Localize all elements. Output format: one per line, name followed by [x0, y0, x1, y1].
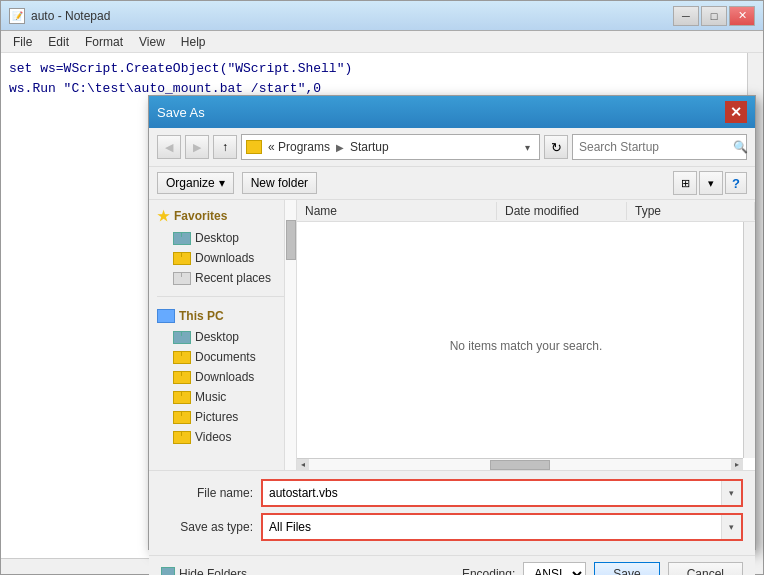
new-folder-label: New folder	[251, 176, 308, 190]
sidebar-item-label: Downloads	[195, 370, 254, 384]
dialog-close-button[interactable]: ✕	[725, 101, 747, 123]
sidebar-item-label: Videos	[195, 430, 231, 444]
forward-button[interactable]: ▶	[185, 135, 209, 159]
favorites-header: ★ Favorites	[149, 204, 296, 228]
sidebar-item-label: Desktop	[195, 231, 239, 245]
minimize-button[interactable]: ─	[673, 6, 699, 26]
column-header-date[interactable]: Date modified	[497, 202, 627, 220]
file-list-content: No items match your search.	[297, 222, 755, 470]
savetype-label: Save as type:	[161, 520, 261, 534]
filename-row: File name: ▾	[161, 479, 743, 507]
refresh-button[interactable]: ↻	[544, 135, 568, 159]
organize-chevron-icon: ▾	[219, 176, 225, 190]
footer-right: Encoding: ANSI Save Cancel	[462, 562, 743, 575]
grid-icon: ⊞	[681, 177, 690, 190]
thispc-section: This PC Desktop Documents Downloads Musi…	[149, 301, 296, 451]
search-input[interactable]	[579, 140, 729, 154]
empty-message: No items match your search.	[450, 339, 603, 353]
file-list-hscrollbar[interactable]: ◂ ▸	[297, 458, 743, 470]
sidebar-panel: ★ Favorites Desktop Downloads Recent pla…	[149, 200, 297, 470]
sidebar-item-downloads-fav[interactable]: Downloads	[149, 248, 296, 268]
sidebar-item-music[interactable]: Music	[149, 387, 296, 407]
maximize-button[interactable]: □	[701, 6, 727, 26]
back-button[interactable]: ◀	[157, 135, 181, 159]
up-button[interactable]: ↑	[213, 135, 237, 159]
filename-input-container[interactable]: ▾	[261, 479, 743, 507]
file-list-area: Name Date modified Type No items match y…	[297, 200, 755, 470]
up-icon: ↑	[222, 140, 228, 154]
menu-edit[interactable]: Edit	[40, 33, 77, 51]
notepad-title: auto - Notepad	[31, 9, 110, 23]
filename-input[interactable]	[263, 483, 721, 503]
search-box[interactable]: 🔍	[572, 134, 747, 160]
dialog-titlebar: Save As ✕	[149, 96, 755, 128]
hide-folders-icon	[161, 567, 175, 575]
sidebar-scrollbar[interactable]	[284, 200, 296, 470]
close-button[interactable]: ✕	[729, 6, 755, 26]
hscroll-thumb	[490, 460, 550, 470]
notepad-app-icon: 📝	[9, 8, 25, 24]
file-list-vscrollbar[interactable]	[743, 222, 755, 458]
hscroll-right-button[interactable]: ▸	[731, 459, 743, 471]
view-dropdown-button[interactable]: ▾	[699, 171, 723, 195]
downloads-fav-folder-icon	[173, 252, 189, 265]
help-button[interactable]: ?	[725, 172, 747, 194]
dialog-toolbar: ◀ ▶ ↑ « Programs ▶ Startup ▾ ↻ 🔍	[149, 128, 755, 167]
desktop-pc-folder-icon	[173, 331, 189, 344]
save-button[interactable]: Save	[594, 562, 659, 575]
sidebar-item-label: Downloads	[195, 251, 254, 265]
notepad-title-left: 📝 auto - Notepad	[9, 8, 110, 24]
refresh-icon: ↻	[551, 140, 562, 155]
thispc-header: This PC	[149, 305, 296, 327]
recent-places-folder-icon	[173, 272, 189, 285]
file-list-header: Name Date modified Type	[297, 200, 755, 222]
hscroll-left-button[interactable]: ◂	[297, 459, 309, 471]
new-folder-button[interactable]: New folder	[242, 172, 317, 194]
encoding-select[interactable]: ANSI	[523, 562, 586, 575]
thispc-icon	[157, 309, 175, 323]
thispc-label: This PC	[179, 309, 224, 323]
videos-folder-icon	[173, 431, 189, 444]
sidebar-item-desktop-fav[interactable]: Desktop	[149, 228, 296, 248]
menu-help[interactable]: Help	[173, 33, 214, 51]
organize-button[interactable]: Organize ▾	[157, 172, 234, 194]
cancel-button[interactable]: Cancel	[668, 562, 743, 575]
titlebar-buttons: ─ □ ✕	[673, 6, 755, 26]
sidebar-item-recent-places[interactable]: Recent places	[149, 268, 296, 288]
dialog-title: Save As	[157, 105, 205, 120]
favorites-label: Favorites	[174, 209, 227, 223]
sidebar-item-documents[interactable]: Documents	[149, 347, 296, 367]
menu-file[interactable]: File	[5, 33, 40, 51]
dialog-footer: Hide Folders Encoding: ANSI Save Cancel	[149, 555, 755, 575]
savetype-row: Save as type: ▾	[161, 513, 743, 541]
savetype-input[interactable]	[263, 517, 721, 537]
sidebar-item-label: Pictures	[195, 410, 238, 424]
documents-folder-icon	[173, 351, 189, 364]
address-dropdown-button[interactable]: ▾	[519, 135, 535, 159]
address-folder-icon	[246, 140, 262, 154]
savetype-input-container[interactable]: ▾	[261, 513, 743, 541]
organize-label: Organize	[166, 176, 215, 190]
downloads-pc-folder-icon	[173, 371, 189, 384]
menu-view[interactable]: View	[131, 33, 173, 51]
help-icon: ?	[732, 176, 740, 191]
view-grid-button[interactable]: ⊞	[673, 171, 697, 195]
dialog-form: File name: ▾ Save as type: ▾	[149, 470, 755, 555]
sidebar-item-pictures[interactable]: Pictures	[149, 407, 296, 427]
column-header-type[interactable]: Type	[627, 202, 755, 220]
star-icon: ★	[157, 208, 170, 224]
hscroll-track	[309, 459, 731, 470]
sidebar-item-desktop-pc[interactable]: Desktop	[149, 327, 296, 347]
favorites-section: ★ Favorites Desktop Downloads Recent pla…	[149, 200, 296, 292]
menu-format[interactable]: Format	[77, 33, 131, 51]
sidebar-item-videos[interactable]: Videos	[149, 427, 296, 447]
notepad-titlebar: 📝 auto - Notepad ─ □ ✕	[1, 1, 763, 31]
column-header-name[interactable]: Name	[297, 202, 497, 220]
sidebar-item-label: Music	[195, 390, 226, 404]
hide-folders-button[interactable]: Hide Folders	[161, 567, 247, 575]
address-bar[interactable]: « Programs ▶ Startup ▾	[241, 134, 540, 160]
music-folder-icon	[173, 391, 189, 404]
sidebar-item-downloads-pc[interactable]: Downloads	[149, 367, 296, 387]
filename-dropdown-button[interactable]: ▾	[721, 481, 741, 505]
savetype-dropdown-button[interactable]: ▾	[721, 515, 741, 539]
